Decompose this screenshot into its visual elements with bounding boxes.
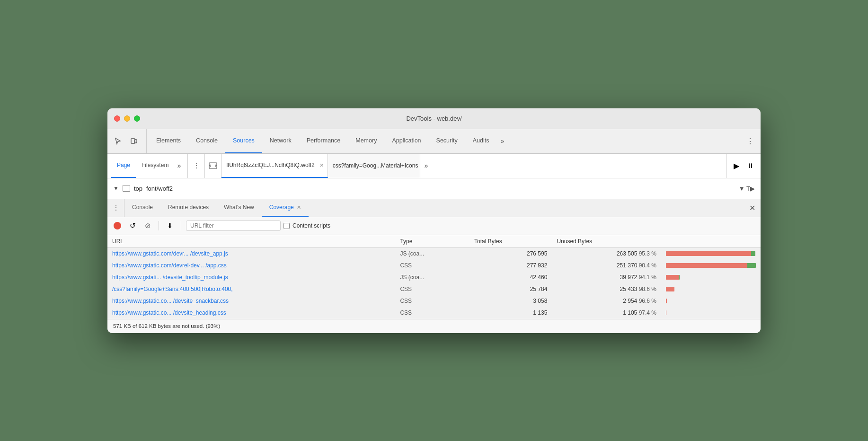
frame-icon (123, 185, 130, 192)
tab-application[interactable]: Application (384, 129, 428, 153)
tab-sources[interactable]: Sources (225, 129, 262, 153)
file-tab-woff2[interactable]: flUhRq6tzZclQEJ...NclhQ8tQ.woff2 ✕ (221, 154, 328, 178)
tab-performance[interactable]: Performance (299, 129, 348, 153)
devtools-window: DevTools - web.dev/ Elements Console Sou (107, 108, 761, 333)
toolbar-separator (159, 221, 159, 230)
drawer-tab-console[interactable]: Console (124, 199, 160, 217)
table-row[interactable]: https://www.gstatic.co... /devsite_headi… (107, 307, 761, 318)
table-row[interactable]: https://www.gstatic.com/devrel-dev... /a… (107, 259, 761, 271)
drawer-close-button[interactable]: ✕ (744, 199, 761, 217)
more-tabs-button[interactable]: » (496, 129, 508, 153)
cell-bar (661, 247, 761, 259)
traffic-lights (114, 115, 140, 122)
tab-memory[interactable]: Memory (348, 129, 384, 153)
maximize-button[interactable] (134, 115, 140, 122)
drawer-tab-remote-devices[interactable]: Remote devices (160, 199, 216, 217)
tab-security[interactable]: Security (429, 129, 465, 153)
coverage-toolbar: ↺ ⊘ ⬇ Content scripts (107, 217, 761, 235)
cell-total-bytes: 1 135 (469, 307, 552, 318)
sources-subpanel: Page Filesystem » ⋮ flUhRq6tzZclQEJ...Nc… (107, 154, 761, 178)
cell-unused-bytes: 39 972 94.1 % (552, 271, 661, 283)
cell-type: CSS (395, 283, 469, 295)
window-title: DevTools - web.dev/ (406, 115, 461, 122)
cell-unused-bytes: 263 505 95.3 % (552, 247, 661, 259)
status-text: 571 KB of 612 KB bytes are not used. (93… (113, 323, 220, 329)
cell-type: JS (coa... (395, 247, 469, 259)
status-bar: 571 KB of 612 KB bytes are not used. (93… (107, 319, 761, 333)
sources-right-buttons: ▶ ⏸ (726, 154, 761, 178)
toolbar-separator-2 (181, 221, 181, 230)
cell-total-bytes: 277 932 (469, 259, 552, 271)
run-script-button[interactable]: ▶ (730, 159, 743, 172)
cell-type: CSS (395, 307, 469, 318)
content-scripts-checkbox[interactable] (283, 223, 290, 229)
cell-type: JS (coa... (395, 271, 469, 283)
cell-unused-bytes: 2 954 96.6 % (552, 295, 661, 307)
table-row[interactable]: /css?family=Google+Sans:400,500|Roboto:4… (107, 283, 761, 295)
drawer-tab-whats-new[interactable]: What's New (216, 199, 262, 217)
cell-bar (661, 271, 761, 283)
cursor-icon[interactable] (111, 134, 124, 148)
coverage-tab-close[interactable]: ✕ (297, 204, 301, 211)
col-header-total-bytes[interactable]: Total Bytes (469, 235, 552, 248)
cell-total-bytes: 3 058 (469, 295, 552, 307)
drawer-tab-coverage[interactable]: Coverage ✕ (262, 199, 309, 217)
table-row[interactable]: https://www.gstatic.com/devr... /devsite… (107, 247, 761, 259)
content-scripts-label[interactable]: Content scripts (283, 222, 330, 229)
sources-tabs-more[interactable]: » (174, 154, 184, 178)
cell-unused-bytes: 25 433 98.6 % (552, 283, 661, 295)
titlebar: DevTools - web.dev/ (107, 108, 761, 129)
coverage-reload-button[interactable]: ↺ (126, 220, 139, 232)
cell-bar (661, 283, 761, 295)
coverage-data-table: URL Type Total Bytes Unused Bytes https:… (107, 235, 761, 319)
cell-url: https://www.gstati... /devsite_tooltip_m… (107, 271, 395, 283)
file-tab-css-icons[interactable]: css?family=Goog...Material+Icons (328, 154, 421, 178)
frame-path-input[interactable] (146, 185, 735, 192)
cell-unused-bytes: 1 105 97.4 % (552, 307, 661, 318)
sources-menu-button[interactable]: ⋮ (188, 154, 205, 178)
frame-right-label: ▼ T▶ (739, 185, 755, 192)
pause-button[interactable]: ⏸ (744, 159, 757, 172)
tab-audits[interactable]: Audits (465, 129, 497, 153)
url-filter-input[interactable] (186, 220, 281, 231)
frame-toggle-arrow[interactable]: ▼ (113, 185, 119, 192)
more-options-icon[interactable]: ⋮ (744, 134, 757, 148)
cell-bar (661, 307, 761, 318)
file-tab-close-woff2[interactable]: ✕ (318, 161, 326, 169)
coverage-export-button[interactable]: ⬇ (164, 220, 176, 232)
minimize-button[interactable] (124, 115, 130, 122)
frame-label: top (134, 185, 142, 192)
sources-left-tabs: Page Filesystem » (107, 154, 188, 178)
cell-url: /css?family=Google+Sans:400,500|Roboto:4… (107, 283, 395, 295)
file-tabs-area: flUhRq6tzZclQEJ...NclhQ8tQ.woff2 ✕ css?f… (221, 154, 726, 178)
file-format-toggle[interactable] (205, 154, 221, 178)
cell-type: CSS (395, 259, 469, 271)
cell-total-bytes: 25 784 (469, 283, 552, 295)
devtools-tabbar: Elements Console Sources Network Perform… (107, 129, 761, 154)
drawer-menu-button[interactable]: ⋮ (107, 199, 124, 217)
coverage-record-button[interactable] (111, 220, 124, 232)
cell-url: https://www.gstatic.co... /devsite_snack… (107, 295, 395, 307)
device-icon[interactable] (127, 134, 141, 148)
tab-console[interactable]: Console (188, 129, 225, 153)
col-header-unused-bytes[interactable]: Unused Bytes (552, 235, 661, 248)
table-row[interactable]: https://www.gstatic.co... /devsite_snack… (107, 295, 761, 307)
toolbar-right: ⋮ (744, 129, 757, 153)
record-icon (114, 222, 121, 229)
cell-unused-bytes: 251 370 90.4 % (552, 259, 661, 271)
col-header-type[interactable]: Type (395, 235, 469, 248)
file-tabs-more-button[interactable]: » (420, 154, 432, 178)
drawer-tabbar: ⋮ Console Remote devices What's New Cove… (107, 199, 761, 217)
tab-page[interactable]: Page (111, 154, 136, 178)
col-header-url[interactable]: URL (107, 235, 395, 248)
cell-total-bytes: 42 460 (469, 271, 552, 283)
col-header-bar (661, 235, 761, 248)
tab-elements[interactable]: Elements (149, 129, 188, 153)
coverage-clear-button[interactable]: ⊘ (142, 220, 154, 232)
drawer-spacer (309, 199, 744, 217)
tab-filesystem[interactable]: Filesystem (136, 154, 174, 178)
table-row[interactable]: https://www.gstati... /devsite_tooltip_m… (107, 271, 761, 283)
frame-row: ▼ top ▼ T▶ (107, 178, 761, 199)
close-button[interactable] (114, 115, 120, 122)
tab-network[interactable]: Network (262, 129, 299, 153)
